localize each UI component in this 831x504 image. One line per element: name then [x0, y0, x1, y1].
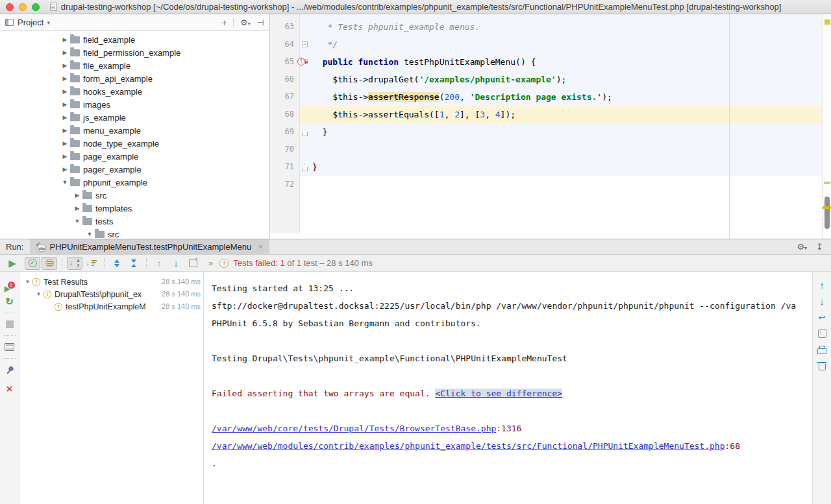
expand-all-button[interactable]: [109, 257, 125, 270]
editor-line[interactable]: 64− */: [270, 36, 822, 53]
editor-line[interactable]: 69 }: [270, 123, 822, 141]
tree-expanded-arrow-icon[interactable]: ▼: [73, 218, 81, 224]
hide-panel-icon[interactable]: ⊣: [257, 18, 264, 27]
settings-gear-icon[interactable]: ⚙▾: [240, 18, 251, 27]
minimize-window-button[interactable]: [19, 3, 27, 11]
rerun-button[interactable]: ↻: [0, 294, 19, 309]
tree-collapsed-arrow-icon[interactable]: ▶: [73, 192, 81, 198]
project-tree-item[interactable]: ▶field_example: [0, 33, 269, 46]
stripe-deprecated-mark[interactable]: [824, 182, 830, 184]
editor-code-area[interactable]: 63 * Tests phpunit_example menus.64− */6…: [270, 14, 822, 239]
pin-tab-button[interactable]: [0, 362, 19, 378]
project-tree-item[interactable]: ▶images: [0, 98, 269, 111]
console-text: Testing started at 13:25 ...: [212, 283, 354, 293]
project-tree-item[interactable]: ▶menu_example: [0, 124, 269, 137]
editor-line[interactable]: 68 $this->assertEquals([1, 2], [3, 4]);: [270, 106, 822, 123]
tree-expanded-arrow-icon[interactable]: ▼: [61, 179, 69, 186]
failed-test-gutter-icon[interactable]: !: [297, 58, 305, 66]
rerun-failed-tests-button[interactable]: ▶!: [0, 278, 19, 294]
editor-line[interactable]: 66 $this->drupalGet('/examples/phpunit-e…: [270, 71, 822, 88]
tree-expanded-arrow-icon[interactable]: ▼: [23, 279, 32, 285]
previous-failed-test-button[interactable]: ↑: [151, 257, 167, 270]
tree-collapsed-arrow-icon[interactable]: ▶: [61, 49, 69, 56]
hide-run-panel-icon[interactable]: ↧: [816, 243, 823, 251]
test-tree-row[interactable]: ▼!Test Results28 s 140 ms: [19, 276, 203, 288]
run-configuration-tab[interactable]: php ✓ PHPUnitExampleMenuTest.testPhpUnit…: [30, 239, 269, 255]
editor-line[interactable]: 70: [270, 141, 822, 158]
tree-collapsed-arrow-icon[interactable]: ▶: [61, 153, 69, 160]
fold-marker-icon[interactable]: [302, 164, 308, 171]
project-tree-item[interactable]: ▼phpunit_example: [0, 176, 269, 189]
import-test-results-button[interactable]: [185, 257, 201, 270]
project-tree-item[interactable]: ▶node_type_example: [0, 137, 269, 150]
tree-collapsed-arrow-icon[interactable]: ▶: [61, 101, 69, 108]
project-tree-item[interactable]: ▶src: [0, 189, 269, 202]
see-difference-link[interactable]: <Click to see difference>: [435, 389, 562, 398]
next-occurrence-button[interactable]: ↓: [813, 293, 831, 309]
test-tree-row[interactable]: !testPhpUnitExampleM28 s 140 ms: [19, 300, 203, 313]
editor-line[interactable]: 65! public function testPhpUnitExampleMe…: [270, 53, 822, 71]
project-tree-item[interactable]: ▶hooks_example: [0, 85, 269, 98]
scroll-to-end-button[interactable]: [813, 326, 831, 342]
project-view-dropdown-icon[interactable]: ▾: [47, 19, 50, 26]
stop-button[interactable]: [0, 317, 19, 332]
show-passed-toggle[interactable]: ✓: [25, 257, 40, 270]
stripe-warning-mark[interactable]: [825, 19, 830, 25]
previous-occurrence-button[interactable]: ↑: [813, 277, 831, 293]
editor-line[interactable]: 63 * Tests phpunit_example menus.: [270, 18, 822, 36]
stack-trace-link[interactable]: /var/www/web/core/tests/Drupal/Tests/Bro…: [212, 424, 496, 433]
editor-error-stripe[interactable]: [822, 14, 831, 239]
editor-line[interactable]: 71}: [270, 158, 822, 176]
tree-collapsed-arrow-icon[interactable]: ▶: [61, 166, 69, 173]
code-text: public function testPhpUnitExampleMenu()…: [310, 53, 536, 71]
console-line: Testing started at 13:25 ...: [212, 280, 812, 297]
tree-collapsed-arrow-icon[interactable]: ▶: [61, 114, 69, 121]
next-failed-test-button[interactable]: ↓: [168, 257, 184, 270]
collapse-all-button[interactable]: [126, 257, 142, 270]
clear-all-button[interactable]: [813, 358, 831, 374]
fold-marker-icon[interactable]: −: [302, 42, 308, 47]
editor-line[interactable]: 67 $this->assertResponse(200, 'Descripti…: [270, 88, 822, 106]
project-tree-item[interactable]: ▶page_example: [0, 150, 269, 163]
show-ignored-toggle[interactable]: [42, 257, 57, 270]
project-tree-item[interactable]: ▶form_api_example: [0, 72, 269, 85]
sort-alphabetically-button[interactable]: ↓az: [67, 257, 82, 270]
project-tree-item[interactable]: ▶file_example: [0, 59, 269, 72]
tree-collapsed-arrow-icon[interactable]: ▶: [61, 127, 69, 134]
close-run-panel-button[interactable]: ×: [0, 381, 19, 397]
tree-collapsed-arrow-icon[interactable]: ▶: [61, 62, 69, 69]
editor-scrollbar-thumb[interactable]: [825, 197, 830, 229]
project-panel-title[interactable]: Project: [18, 18, 43, 27]
chevrons-more-icon[interactable]: »: [208, 258, 213, 268]
tree-collapsed-arrow-icon[interactable]: ▶: [61, 88, 69, 95]
zoom-window-button[interactable]: [32, 3, 40, 11]
project-tree-item[interactable]: ▶field_permission_example: [0, 46, 269, 59]
stack-trace-link[interactable]: /var/www/web/modules/contrib/examples/ph…: [212, 441, 725, 451]
run-settings-gear-icon[interactable]: ⚙▾: [797, 243, 807, 251]
test-console-output[interactable]: Testing started at 13:25 ...sftp://docke…: [204, 272, 812, 504]
stripe-warning-mark-2[interactable]: [823, 206, 831, 209]
tab-close-icon[interactable]: ×: [258, 242, 263, 252]
sort-by-duration-button[interactable]: ↓: [84, 257, 99, 270]
tree-expanded-arrow-icon[interactable]: ▼: [86, 231, 93, 237]
project-tree-item[interactable]: ▶templates: [0, 202, 269, 215]
collapse-all-icon[interactable]: ÷: [219, 20, 229, 25]
tree-expanded-arrow-icon[interactable]: ▼: [34, 291, 43, 297]
editor-line[interactable]: 72: [270, 176, 822, 193]
project-tree-item[interactable]: ▶pager_example: [0, 163, 269, 176]
restore-layout-button[interactable]: [0, 339, 19, 355]
print-button[interactable]: [813, 342, 831, 358]
tree-collapsed-arrow-icon[interactable]: ▶: [73, 205, 81, 211]
tree-collapsed-arrow-icon[interactable]: ▶: [61, 140, 69, 147]
close-window-button[interactable]: [6, 3, 14, 11]
soft-wrap-button[interactable]: ↩: [813, 309, 831, 326]
tree-collapsed-arrow-icon[interactable]: ▶: [61, 36, 69, 43]
tree-collapsed-arrow-icon[interactable]: ▶: [61, 75, 69, 82]
rerun-test-button[interactable]: ▶: [5, 258, 19, 269]
project-tree-item[interactable]: ▼tests: [0, 215, 269, 228]
code-editor[interactable]: 63 * Tests phpunit_example menus.64− */6…: [270, 14, 831, 239]
project-tree-item[interactable]: ▶js_example: [0, 111, 269, 124]
test-tree-row[interactable]: ▼!Drupal\Tests\phpunit_ex28 s 140 ms: [19, 288, 203, 300]
fold-marker-icon[interactable]: [302, 129, 308, 136]
project-tree-item[interactable]: ▼src: [0, 228, 269, 239]
